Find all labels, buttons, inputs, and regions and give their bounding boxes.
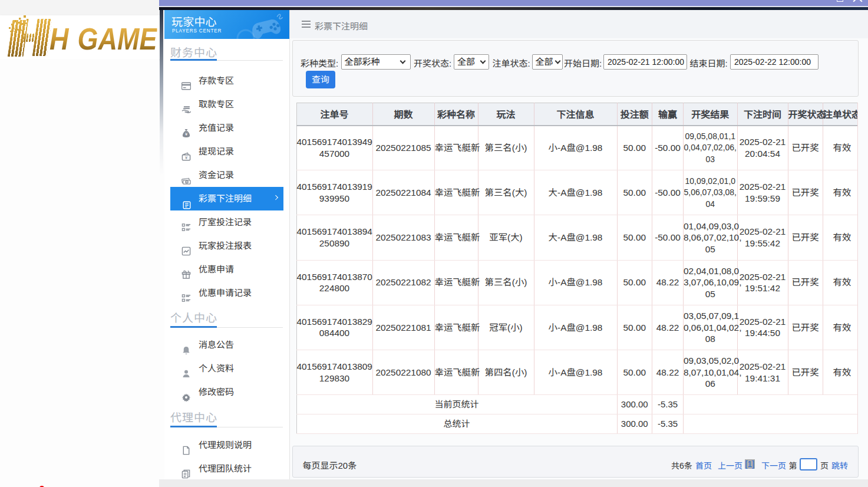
- svg-text:¥: ¥: [186, 180, 188, 184]
- svg-text:¥: ¥: [185, 155, 188, 160]
